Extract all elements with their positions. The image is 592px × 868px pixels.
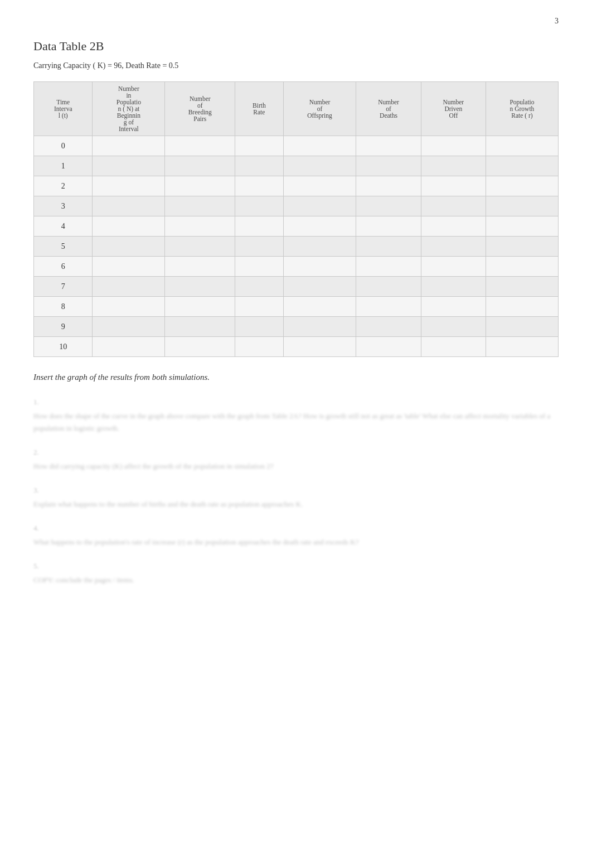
table-row-label: 9 [34, 317, 93, 337]
table-cell [421, 337, 486, 357]
table-cell [235, 237, 283, 257]
table-cell [283, 337, 356, 357]
table-cell [421, 156, 486, 176]
table-cell [356, 216, 421, 237]
table-cell [421, 257, 486, 277]
question-text-4: What happens to the population's rate of… [33, 536, 559, 548]
table-row-label: 0 [34, 136, 93, 156]
table-cell [486, 277, 559, 297]
table-cell [283, 257, 356, 277]
col-header-population: NumberinPopulation ( N) atBeginning ofIn… [93, 82, 165, 136]
page-number: 3 [555, 17, 559, 26]
question-number-5: 5. [33, 562, 559, 571]
table-cell [235, 196, 283, 216]
table-row-label: 7 [34, 277, 93, 297]
table-cell [93, 297, 165, 317]
table-cell [235, 337, 283, 357]
question-block-4: 4.What happens to the population's rate … [33, 524, 559, 548]
table-cell [283, 136, 356, 156]
table-cell [421, 136, 486, 156]
table-cell [235, 136, 283, 156]
col-header-offspring: NumberofOffspring [283, 82, 356, 136]
table-cell [486, 196, 559, 216]
question-block-5: 5.COPY: conclude the pages / items. [33, 562, 559, 586]
question-block-2: 2.How did carrying capacity (K) affect t… [33, 448, 559, 472]
table-cell [165, 257, 235, 277]
table-cell [283, 277, 356, 297]
table-row-label: 1 [34, 156, 93, 176]
table-cell [165, 196, 235, 216]
table-cell [356, 136, 421, 156]
col-header-deaths: NumberofDeaths [356, 82, 421, 136]
table-cell [283, 216, 356, 237]
table-cell [421, 176, 486, 196]
table-cell [421, 216, 486, 237]
col-header-driven-off: NumberDrivenOff [421, 82, 486, 136]
table-cell [283, 196, 356, 216]
table-cell [93, 136, 165, 156]
question-text-2: How did carrying capacity (K) affect the… [33, 460, 559, 472]
table-cell [165, 277, 235, 297]
subtitle-k: K) = 96, Death Rate = 0.5 [98, 61, 179, 70]
table-cell [93, 317, 165, 337]
table-cell [165, 237, 235, 257]
table-cell [93, 277, 165, 297]
table-cell [93, 337, 165, 357]
table-cell [486, 297, 559, 317]
table-cell [235, 216, 283, 237]
col-header-birth-rate: BirthRate [235, 82, 283, 136]
table-cell [486, 237, 559, 257]
table-row-label: 4 [34, 216, 93, 237]
table-cell [486, 257, 559, 277]
table-cell [283, 237, 356, 257]
table-cell [486, 317, 559, 337]
question-number-1: 1. [33, 398, 559, 407]
table-cell [356, 277, 421, 297]
question-text-3: Explain what happens to the number of bi… [33, 498, 559, 510]
table-cell [165, 317, 235, 337]
table-cell [421, 317, 486, 337]
table-cell [93, 216, 165, 237]
subtitle: Carrying Capacity ( K) = 96, Death Rate … [33, 61, 559, 70]
table-cell [235, 277, 283, 297]
table-cell [486, 156, 559, 176]
table-cell [486, 176, 559, 196]
table-cell [356, 196, 421, 216]
table-cell [283, 297, 356, 317]
table-row-label: 5 [34, 237, 93, 257]
table-cell [486, 136, 559, 156]
table-cell [283, 317, 356, 337]
table-cell [421, 277, 486, 297]
question-number-2: 2. [33, 448, 559, 457]
table-row-label: 8 [34, 297, 93, 317]
table-cell [356, 237, 421, 257]
question-text-5: COPY: conclude the pages / items. [33, 574, 559, 586]
table-cell [356, 176, 421, 196]
table-cell [235, 297, 283, 317]
table-cell [93, 196, 165, 216]
table-cell [235, 317, 283, 337]
question-number-4: 4. [33, 524, 559, 533]
table-cell [235, 156, 283, 176]
table-cell [165, 216, 235, 237]
table-cell [356, 156, 421, 176]
subtitle-carrying: Carrying Capacity ( [33, 61, 95, 70]
table-cell [165, 156, 235, 176]
table-cell [165, 176, 235, 196]
table-cell [93, 237, 165, 257]
table-row-label: 10 [34, 337, 93, 357]
question-block-3: 3.Explain what happens to the number of … [33, 486, 559, 510]
col-header-growth-rate: Population GrowthRate ( r) [486, 82, 559, 136]
col-header-breeding-pairs: NumberofBreedingPairs [165, 82, 235, 136]
table-cell [165, 337, 235, 357]
table-row-label: 2 [34, 176, 93, 196]
table-cell [421, 237, 486, 257]
table-cell [283, 176, 356, 196]
table-cell [93, 156, 165, 176]
question-block-1: 1.How does the shape of the curve in the… [33, 398, 559, 435]
table-row-label: 3 [34, 196, 93, 216]
table-cell [486, 216, 559, 237]
table-cell [93, 257, 165, 277]
table-cell [356, 297, 421, 317]
insert-text: Insert the graph of the results from bot… [33, 373, 559, 382]
